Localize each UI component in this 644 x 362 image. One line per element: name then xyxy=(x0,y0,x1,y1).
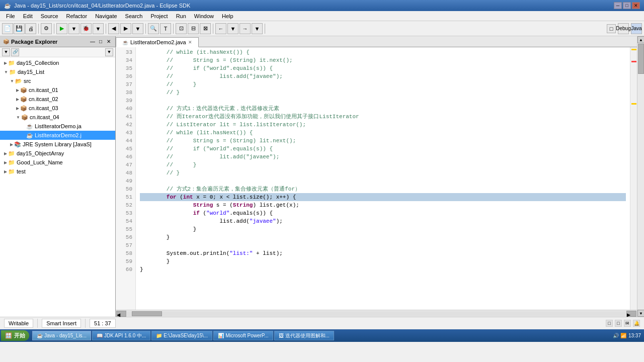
code-editor[interactable]: // while (it.hasNext()) { // String s = … xyxy=(136,47,630,310)
code-line[interactable]: // String s = (String) lit.next(); xyxy=(140,137,626,145)
tree-item-src[interactable]: ▼ 📂 src xyxy=(0,76,115,85)
scroll-up-button[interactable]: ▲ xyxy=(637,36,644,43)
h-scroll-thumb[interactable] xyxy=(132,311,162,316)
back-dropdown[interactable]: ▼ xyxy=(227,23,238,34)
code-line[interactable]: } xyxy=(140,225,626,233)
min-perspective-button[interactable]: □ xyxy=(607,24,616,33)
taskbar-diagram[interactable]: 🖼 迭代器使用图解和... xyxy=(274,331,334,340)
code-line[interactable] xyxy=(140,97,626,105)
forward-dropdown[interactable]: ▼ xyxy=(252,23,263,34)
code-line[interactable]: // } xyxy=(140,169,626,177)
menu-file[interactable]: File xyxy=(2,12,19,20)
pe-minimize-button[interactable]: — xyxy=(89,38,96,45)
menu-run[interactable]: Run xyxy=(172,12,190,20)
code-line[interactable]: // while (lit.hasNext()) { xyxy=(140,129,626,137)
toolbar-btn-b[interactable]: ⊟ xyxy=(188,23,199,34)
pe-menu-button[interactable]: ▼ xyxy=(105,48,113,56)
print-button[interactable]: 🖨 xyxy=(25,23,36,34)
code-line[interactable]: // lit.add("javaee"); xyxy=(140,153,626,161)
pe-collapse-button[interactable]: ▼ xyxy=(2,48,10,56)
tree-item-jre[interactable]: ▶ 📚 JRE System Library [JavaS] xyxy=(0,140,115,149)
tree-item-itcast04[interactable]: ▼ 📦 cn.itcast_04 xyxy=(0,113,115,122)
taskbar-explorer[interactable]: 📁 E:\JavaSE\day15\... xyxy=(151,331,212,340)
tree-item-day15-list[interactable]: ▼ 📁 day15_List xyxy=(0,67,115,76)
code-line[interactable]: // } xyxy=(140,88,626,97)
code-line[interactable]: for (int x = 0; x < list.size(); x++) { xyxy=(140,193,626,201)
scroll-down-button[interactable]: ▼ xyxy=(637,310,644,317)
debug-button[interactable]: 🐞 xyxy=(80,23,92,34)
menu-refactor[interactable]: Refactor xyxy=(62,12,92,20)
toolbar-btn-a[interactable]: ⊡ xyxy=(176,23,187,34)
code-line[interactable]: list.add("javaee"); xyxy=(140,217,626,225)
save-button[interactable]: 💾 xyxy=(14,23,25,34)
nav-prev[interactable]: ◀ xyxy=(108,23,119,34)
tab-close-button[interactable]: ✕ xyxy=(188,40,192,45)
search-button[interactable]: 🔍 xyxy=(148,23,159,34)
code-line[interactable]: // 而Iterator迭代器没有添加功能，所以我们使用其子接口ListIter… xyxy=(140,113,626,121)
code-line[interactable]: // if ("world".equals(s)) { xyxy=(140,145,626,153)
menu-edit[interactable]: Edit xyxy=(19,12,37,20)
v-scroll-thumb[interactable] xyxy=(638,44,644,74)
menu-search[interactable]: Search xyxy=(121,12,147,20)
editor-tab-main[interactable]: ☕ ListIteratorDemo2.java ✕ xyxy=(116,37,199,47)
code-line[interactable]: System.out.println("list:" + list); xyxy=(140,249,626,257)
tree-item-itcast03[interactable]: ▶ 📦 cn.itcast_03 xyxy=(0,104,115,113)
forward-button[interactable]: → xyxy=(239,23,251,34)
menu-navigate[interactable]: Navigate xyxy=(91,12,121,20)
code-line[interactable]: if ("world".equals(s)) { xyxy=(140,209,626,217)
menu-help[interactable]: Help xyxy=(218,12,237,20)
scroll-right-button[interactable]: ▶ xyxy=(626,311,636,317)
menu-source[interactable]: Source xyxy=(37,12,62,20)
start-button[interactable]: 🪟 开始 xyxy=(1,330,29,341)
taskbar-powerpoint[interactable]: 📊 Microsoft PowerP... xyxy=(213,331,273,340)
debug-perspective-button[interactable]: Debug xyxy=(618,23,629,34)
toolbar-btn-c[interactable]: ⊠ xyxy=(200,23,211,34)
tree-item-itcast02[interactable]: ▶ 📦 cn.itcast_02 xyxy=(0,95,115,104)
code-line[interactable]: // 方式2：集合遍历元素，集合修改元素（普通for） xyxy=(140,185,626,193)
back-button[interactable]: ← xyxy=(215,23,226,34)
code-line[interactable]: } xyxy=(140,257,626,265)
code-line[interactable] xyxy=(140,241,626,249)
tree-item-object-array[interactable]: ▶ 📁 day15_ObjectArray xyxy=(0,149,115,158)
code-line[interactable]: } xyxy=(140,233,626,241)
code-line[interactable]: // list.add("javaee"); xyxy=(140,72,626,80)
minimize-button[interactable]: ─ xyxy=(614,2,622,9)
code-line[interactable]: // } xyxy=(140,161,626,169)
close-button[interactable]: ✕ xyxy=(632,2,640,9)
maximize-button[interactable]: □ xyxy=(623,2,631,9)
nav-dropdown[interactable]: ▼ xyxy=(132,23,143,34)
run-dropdown[interactable]: ▼ xyxy=(68,23,79,34)
java-perspective-button[interactable]: Java xyxy=(631,23,642,34)
code-line[interactable] xyxy=(140,177,626,185)
taskbar-jdk[interactable]: 📖 JDK API 1.6.0 中... xyxy=(92,331,150,340)
code-line[interactable]: // 方式1：迭代器迭代元素，迭代器修改元素 xyxy=(140,105,626,113)
tree-item-itcast01[interactable]: ▶ 📦 cn.itcast_01 xyxy=(0,85,115,95)
pe-maximize-button[interactable]: □ xyxy=(97,38,104,45)
debug-dropdown[interactable]: ▼ xyxy=(93,23,104,34)
code-line[interactable]: // ListIterator lit = list.listIterator(… xyxy=(140,121,626,129)
menu-window[interactable]: Window xyxy=(190,12,218,20)
new-button[interactable]: 📄 xyxy=(2,23,13,34)
pe-link-button[interactable]: 🔗 xyxy=(11,48,19,56)
run-button[interactable]: ▶ xyxy=(56,23,67,34)
tree-item-demo1[interactable]: ▶ ☕ ListIteratorDemo.ja xyxy=(0,122,115,131)
code-line[interactable]: String s = (String) list.get(x); xyxy=(140,201,626,209)
code-line[interactable]: // while (it.hasNext()) { xyxy=(140,48,626,56)
scroll-left-button[interactable]: ◀ xyxy=(116,311,126,317)
tree-item-test[interactable]: ▶ 📁 test xyxy=(0,167,115,176)
menu-project[interactable]: Project xyxy=(146,12,172,20)
tree-item-day15-collection[interactable]: ▶ 📁 day15_Collection xyxy=(0,58,115,67)
settings-button[interactable]: ⚙ xyxy=(41,23,52,34)
horizontal-scrollbar[interactable]: ◀ ▶ xyxy=(116,310,637,317)
h-scroll-track[interactable] xyxy=(127,311,626,316)
code-line[interactable]: } xyxy=(140,265,626,274)
pe-close-button[interactable]: ✕ xyxy=(105,38,112,45)
code-line[interactable]: // } xyxy=(140,80,626,88)
taskbar-eclipse[interactable]: ☕ Java - day15_Lis... xyxy=(32,331,91,340)
nav-next[interactable]: ▶ xyxy=(120,23,131,34)
code-line[interactable]: // String s = (String) it.next(); xyxy=(140,56,626,64)
tree-item-good-luck[interactable]: ▶ 📁 Good_Luck_Name xyxy=(0,158,115,167)
tree-item-demo2[interactable]: ▶ ☕ ListIteratorDemo2.j xyxy=(0,131,115,140)
vertical-scrollbar[interactable]: ▲ ▼ xyxy=(637,36,644,317)
code-line[interactable]: // if ("world".equals(s)) { xyxy=(140,64,626,72)
